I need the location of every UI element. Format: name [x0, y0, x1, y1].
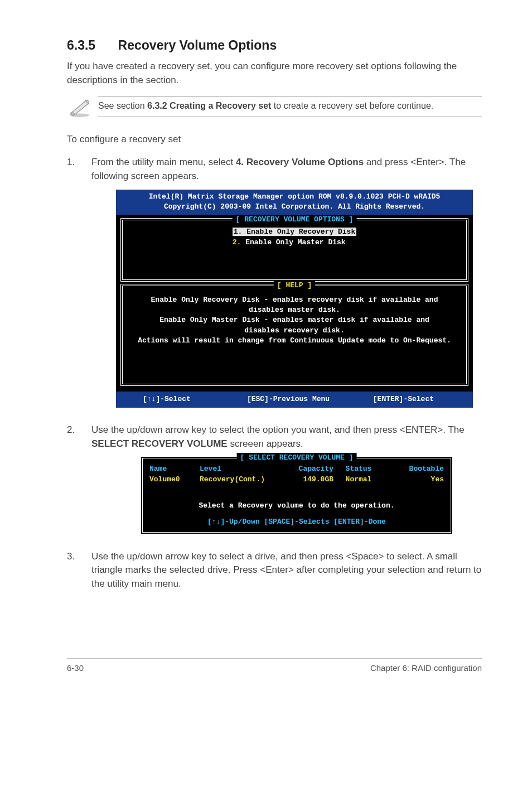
col-capacity: Capacity	[283, 464, 333, 475]
step-number: 1.	[67, 156, 91, 418]
console-footer: [↑↓]-Select [ESC]-Previous Menu [ENTER]-…	[116, 392, 473, 408]
select-recovery-legend: [ SELECT RECOVERY VOLUME ]	[237, 453, 357, 463]
step-number: 3.	[67, 550, 91, 591]
console-screenshot-1: Intel(R) Matrix Storage Manager option R…	[116, 190, 473, 408]
section-number: 6.3.5	[67, 38, 95, 53]
step-3: 3. Use the up/down arrow key to select a…	[67, 550, 482, 591]
step-number: 2.	[67, 423, 91, 544]
console-screenshot-2: [ SELECT RECOVERY VOLUME ] Name Level Ca…	[141, 456, 453, 534]
footer-esc: [ESC]-Previous Menu	[240, 394, 337, 405]
select-recovery-keys: [↑↓]-Up/Down [SPACE]-Selects [ENTER]-Don…	[149, 517, 444, 528]
step-body: From the utility main menu, select 4. Re…	[91, 156, 482, 418]
steps-list: 1. From the utility main menu, select 4.…	[67, 156, 482, 591]
cell-status: Normal	[333, 475, 384, 485]
page-footer: 6-30 Chapter 6: RAID configuration	[67, 658, 482, 673]
table-row: Volume0 Recovery(Cont.) 149.0GB Normal Y…	[149, 475, 444, 485]
console-header: Intel(R) Matrix Storage Manager option R…	[116, 190, 473, 215]
step-1: 1. From the utility main menu, select 4.…	[67, 156, 482, 418]
select-recovery-instruction: Select a Recovery volume to do the opera…	[149, 501, 444, 511]
footer-enter: [ENTER]-Select	[337, 394, 467, 405]
page-content: 6.3.5 Recovery Volume Options If you hav…	[0, 0, 532, 695]
note-text-container: See section 6.3.2 Creating a Recovery se…	[98, 96, 482, 117]
step-body: Use the up/down arrow key to select a dr…	[91, 550, 482, 591]
footer-select: [↑↓]-Select	[122, 394, 240, 405]
options-legend: [ RECOVERY VOLUME OPTIONS ]	[233, 215, 357, 225]
table-header-row: Name Level Capacity Status Bootable	[149, 464, 444, 475]
col-status: Status	[333, 464, 384, 475]
section-heading: 6.3.5 Recovery Volume Options	[67, 38, 482, 53]
cell-level: Recovery(Cont.)	[200, 475, 283, 485]
col-bootable: Bootable	[384, 464, 444, 475]
col-name: Name	[149, 464, 200, 475]
note-text: See section 6.3.2 Creating a Recovery se…	[98, 101, 433, 110]
help-body: Enable Only Recovery Disk - enables reco…	[128, 293, 461, 375]
intro-paragraph: If you have created a recovery set, you …	[67, 60, 482, 87]
help-legend: [ HELP ]	[274, 281, 315, 291]
cell-name: Volume0	[149, 475, 200, 485]
options-list: 1. Enable Only Recovery Disk 2. Enable O…	[233, 227, 356, 248]
pen-icon	[67, 96, 98, 120]
cell-bootable: Yes	[384, 475, 444, 485]
option-2: 2. Enable Only Master Disk	[233, 238, 356, 248]
note-block: See section 6.3.2 Creating a Recovery se…	[67, 96, 482, 120]
col-level: Level	[200, 464, 283, 475]
option-1: 1. Enable Only Recovery Disk	[233, 227, 356, 238]
section-title: Recovery Volume Options	[118, 38, 277, 53]
chapter-label: Chapter 6: RAID configuration	[370, 663, 482, 673]
options-box: [ RECOVERY VOLUME OPTIONS ] 1. Enable On…	[120, 218, 468, 282]
step-2: 2. Use the up/down arrow key to select t…	[67, 423, 482, 544]
configure-line: To configure a recovery set	[67, 133, 482, 147]
page-number: 6-30	[67, 663, 84, 673]
cell-capacity: 149.0GB	[283, 475, 333, 485]
step-body: Use the up/down arrow key to select the …	[91, 423, 482, 544]
console-body: [ RECOVERY VOLUME OPTIONS ] 1. Enable On…	[116, 215, 473, 392]
help-box: [ HELP ] Enable Only Recovery Disk - ena…	[120, 284, 468, 386]
select-recovery-box: [ SELECT RECOVERY VOLUME ] Name Level Ca…	[141, 456, 453, 534]
